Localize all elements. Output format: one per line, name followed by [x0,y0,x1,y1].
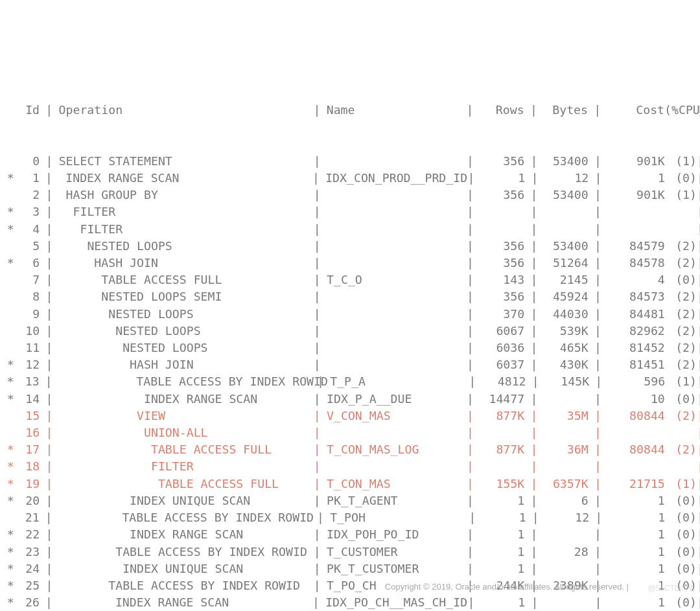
sep: | [461,306,480,323]
sep: | [40,323,59,340]
sep: | [589,340,608,356]
rows: 4812 [482,373,526,390]
sep: | [524,221,544,238]
bytes [544,560,589,577]
sep: | [311,509,330,526]
sep: | [308,340,327,356]
sep: | [461,203,480,220]
operation: HASH JOIN [59,356,308,373]
table-row: *20| INDEX UNIQUE SCAN|PK_T_AGENT|1|6|1(… [3,492,697,509]
sep: | [308,458,327,475]
cpu: (1) [665,187,697,203]
sep: | [524,255,544,271]
rows [480,424,524,441]
sep: | [589,271,608,288]
operation: NESTED LOOPS [59,306,308,323]
sep: | [461,458,480,475]
sep: | [307,170,325,187]
name: T_CUSTOMER [327,544,461,560]
sep: | [589,323,608,340]
sep: | [589,170,607,187]
site-watermark: @51CTO博客 [648,580,696,597]
id: 15 [14,408,40,424]
table-row: *6| HASH JOIN||356|51264|84578(2)| [3,255,697,271]
id: 20 [14,492,40,509]
star: * [3,356,14,373]
star: * [3,373,14,390]
sep: | [589,187,608,203]
sep: | [40,373,58,390]
cpu: (2) [665,408,697,424]
sep: | [308,203,327,220]
rows: 356 [480,187,524,203]
cost [607,424,665,441]
cost [607,203,665,220]
rows: 1 [480,526,524,543]
hdr-sep6: | [697,102,697,119]
id: 14 [14,391,40,408]
sep: | [308,408,327,424]
sep: | [40,391,59,408]
sep: | [40,526,59,543]
name [327,187,461,203]
name [327,238,461,255]
sep: | [697,476,697,492]
star: * [3,544,14,560]
sep: | [589,306,608,323]
bytes: 145K [545,373,589,390]
star: * [3,391,14,408]
name [327,458,461,475]
sep: | [697,255,697,271]
cpu: (2) [665,323,697,340]
operation: FILTER [59,458,308,475]
sep: | [307,594,325,611]
bytes [544,424,589,441]
bytes: 12 [545,509,589,526]
sep: | [524,356,544,373]
hdr-rows: Rows [480,102,524,119]
sep: | [697,288,697,305]
table-row: 16| UNION-ALL||||| [3,424,697,441]
sep: | [461,221,480,238]
table-row: *23| TABLE ACCESS BY INDEX ROWID|T_CUSTO… [3,544,697,560]
cpu: (2) [665,288,697,305]
sep: | [524,271,544,288]
star [3,340,14,356]
hdr-sep1: | [40,102,59,119]
sep: | [308,441,327,458]
bytes: 6 [544,492,589,509]
operation: VIEW [59,408,308,424]
sep: | [40,340,59,356]
sep: | [40,408,59,424]
sep: | [697,577,697,594]
sep: | [589,560,608,577]
sep: | [589,391,608,408]
sep: | [524,323,544,340]
rows: 1 [480,544,524,560]
sep: | [40,560,59,577]
sep: | [308,476,327,492]
sep: | [461,323,480,340]
rows: 356 [480,153,524,170]
cost: 84579 [607,238,665,255]
header-row: Id | Operation | Name | Rows | Bytes | C… [3,102,697,119]
sep: | [40,238,59,255]
sep: | [40,424,59,441]
id: 26 [14,594,40,611]
table-row: *3| FILTER||||| [3,203,697,220]
sep: | [524,458,544,475]
sep: | [589,594,607,611]
cpu: (2) [665,356,697,373]
cpu: (1) [665,373,697,390]
star: * [3,476,14,492]
cost: 80844 [607,441,665,458]
sep: | [40,441,59,458]
name: PK_T_CUSTOMER [327,560,461,577]
sep: | [524,544,544,560]
sep: | [589,356,608,373]
cpu: (1) [665,476,697,492]
cpu: (2) [665,340,697,356]
name [327,323,461,340]
name [327,288,461,305]
cpu: (0) [665,526,697,543]
